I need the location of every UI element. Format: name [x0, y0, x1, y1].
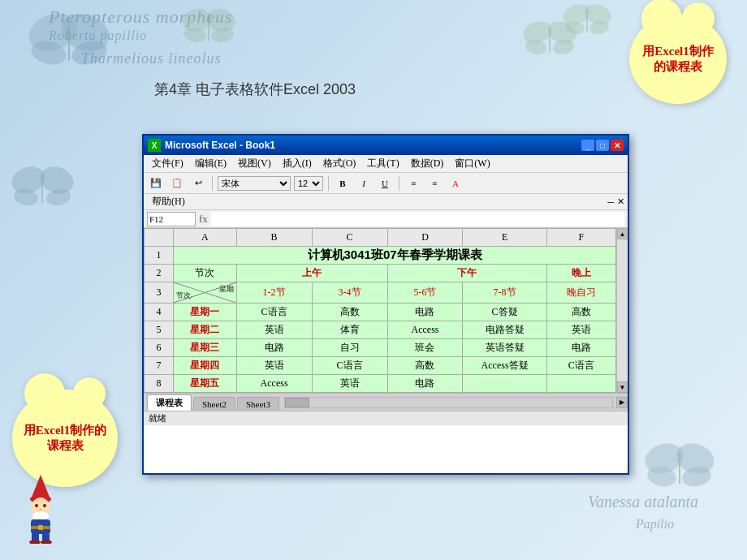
menu-insert[interactable]: 插入(I): [278, 155, 317, 172]
cell-3C[interactable]: 3-4节: [312, 282, 387, 304]
toolbar-sep-3: [399, 176, 399, 191]
minimize-button[interactable]: _: [581, 140, 594, 151]
scroll-up-btn[interactable]: ▲: [617, 228, 628, 239]
cell-8C[interactable]: 英语: [312, 375, 387, 393]
cell-5E[interactable]: 电路答疑: [463, 321, 546, 339]
col-header-F[interactable]: F: [546, 229, 615, 247]
cell-3F[interactable]: 晚自习: [546, 282, 615, 304]
menu-view[interactable]: 视图(V): [233, 155, 276, 172]
menu-data[interactable]: 数据(D): [406, 155, 449, 172]
spreadsheet-grid: A B C D E F 1 计算机3041班07年春季学期课表: [144, 228, 616, 393]
cell-6A[interactable]: 星期三: [174, 339, 236, 357]
cell-4F[interactable]: 高数: [546, 304, 615, 321]
svg-point-35: [39, 509, 42, 511]
row-num-8: 8: [145, 375, 174, 393]
col-header-E[interactable]: E: [463, 229, 546, 247]
cell-2D[interactable]: 下午: [387, 265, 546, 282]
cell-7F[interactable]: C语言: [546, 357, 615, 375]
cell-5C[interactable]: 体育: [312, 321, 387, 339]
svg-point-8: [210, 26, 235, 45]
vertical-scrollbar[interactable]: ▲ ▼: [616, 228, 628, 393]
col-header-D[interactable]: D: [387, 229, 463, 247]
font-color[interactable]: A: [447, 175, 464, 192]
cell-2F[interactable]: 晚上: [546, 265, 615, 282]
col-header-B[interactable]: B: [236, 229, 312, 247]
cell-8E[interactable]: [463, 375, 546, 393]
cell-7D[interactable]: 高数: [387, 357, 463, 375]
sheet-tab-3[interactable]: Sheet3: [237, 397, 279, 411]
inner-minimize[interactable]: ─: [607, 197, 614, 207]
close-button[interactable]: ✕: [611, 140, 624, 151]
row-num-3: 3: [145, 282, 174, 304]
cell-4B[interactable]: C语言: [236, 304, 312, 321]
cell-7C[interactable]: C语言: [312, 357, 387, 375]
cell-7B[interactable]: 英语: [236, 357, 312, 375]
italic-button[interactable]: I: [355, 175, 373, 192]
cell-3D[interactable]: 5-6节: [387, 282, 463, 304]
bold-button[interactable]: B: [334, 175, 352, 192]
cell-3E[interactable]: 7-8节: [463, 282, 546, 304]
cell-3A[interactable]: 星期 节次: [174, 282, 236, 304]
cell-5B[interactable]: 英语: [236, 321, 312, 339]
underline-button[interactable]: U: [376, 175, 394, 192]
cell-4D[interactable]: 电路: [387, 304, 463, 321]
cell-6F[interactable]: 电路: [546, 339, 615, 357]
svg-point-10: [520, 18, 555, 47]
cell-6B[interactable]: 电路: [236, 339, 312, 357]
font-selector[interactable]: 宋体: [218, 176, 291, 191]
horizontal-scrollbar[interactable]: [284, 397, 613, 408]
cell-8D[interactable]: 电路: [387, 375, 463, 393]
cell-4A[interactable]: 星期一: [174, 304, 236, 321]
cell-5A[interactable]: 星期二: [174, 321, 236, 339]
cell-3B[interactable]: 1-2节: [236, 282, 312, 304]
menu-window[interactable]: 窗口(W): [450, 155, 494, 172]
cell-2B[interactable]: 上午: [236, 265, 387, 282]
toolbar-icon-2[interactable]: 📋: [168, 175, 186, 192]
font-size-selector[interactable]: 12: [294, 176, 323, 191]
table-row: 3 星期 节次 1-2节 3-4节 5-6节 7-8节 晚自习: [145, 282, 616, 304]
formula-input-field[interactable]: [211, 212, 624, 226]
svg-point-11: [524, 37, 547, 56]
col-header-C[interactable]: C: [312, 229, 387, 247]
excel-app-icon: X: [148, 139, 161, 152]
toolbar-icon-1[interactable]: 💾: [147, 175, 165, 192]
menu-format[interactable]: 格式(O): [318, 155, 361, 172]
toolbar-sep-2: [328, 176, 329, 191]
title-bar-controls: _ □ ✕: [581, 140, 624, 151]
maximize-button[interactable]: □: [596, 140, 609, 151]
row-num-1: 1: [145, 247, 174, 265]
table-row: 8 星期五 Access 英语 电路: [145, 375, 616, 393]
cell-title[interactable]: 计算机3041班07年春季学期课表: [174, 247, 616, 265]
cell-4C[interactable]: 高数: [312, 304, 387, 321]
cell-5F[interactable]: 英语: [546, 321, 615, 339]
menu-tools[interactable]: 工具(T): [362, 155, 404, 172]
cell-8F[interactable]: [546, 375, 615, 393]
scroll-thumb-h[interactable]: [285, 398, 309, 407]
cell-7A[interactable]: 星期四: [174, 357, 236, 375]
cell-reference-box[interactable]: F12: [147, 212, 196, 226]
svg-point-20: [641, 438, 687, 478]
cell-6E[interactable]: 英语答疑: [463, 339, 546, 357]
sheet-tab-course[interactable]: 课程表: [147, 394, 192, 411]
cell-2A[interactable]: 节次: [174, 265, 236, 282]
inner-close[interactable]: ✕: [617, 196, 624, 207]
scroll-right-btn[interactable]: ▶: [616, 397, 628, 408]
align-center[interactable]: ≡: [425, 175, 443, 192]
scroll-down-btn[interactable]: ▼: [617, 381, 628, 393]
cell-5D[interactable]: Access: [387, 321, 463, 339]
cell-4E[interactable]: C答疑: [463, 304, 546, 321]
align-left[interactable]: ≡: [404, 175, 422, 192]
col-header-A[interactable]: A: [174, 229, 236, 247]
toolbar-icon-3[interactable]: ↩: [189, 175, 207, 192]
cell-8B[interactable]: Access: [236, 375, 312, 393]
cell-6D[interactable]: 班会: [387, 339, 463, 357]
excel-title-text: Microsoft Excel - Book1: [165, 140, 581, 151]
table-row: 1 计算机3041班07年春季学期课表: [145, 247, 616, 265]
menu-edit[interactable]: 编辑(E): [190, 155, 231, 172]
cell-6C[interactable]: 自习: [312, 339, 387, 357]
cell-7E[interactable]: Access答疑: [463, 357, 546, 375]
menu-file[interactable]: 文件(F): [147, 155, 188, 172]
menu-help[interactable]: 帮助(H): [147, 193, 190, 210]
sheet-tab-2[interactable]: Sheet2: [193, 397, 235, 411]
cell-8A[interactable]: 星期五: [174, 375, 236, 393]
